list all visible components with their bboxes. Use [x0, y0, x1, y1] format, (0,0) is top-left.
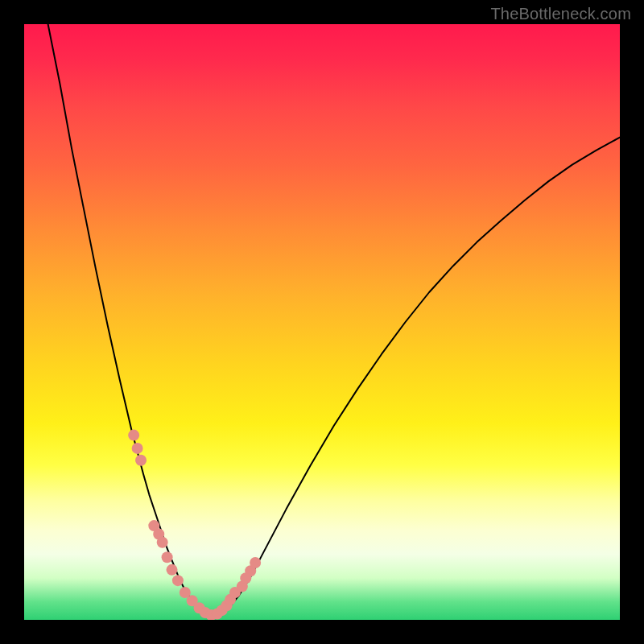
highlight-dot: [167, 564, 178, 576]
highlight-dot: [162, 551, 173, 563]
plot-area: [24, 24, 620, 620]
highlight-dot: [128, 430, 139, 441]
bottleneck-curve: [48, 24, 620, 617]
highlight-dot: [250, 557, 261, 568]
highlight-dot: [135, 455, 147, 466]
curve-layer: [24, 24, 620, 620]
chart-frame: TheBottleneck.com: [0, 0, 644, 644]
highlight-dot: [132, 443, 143, 454]
highlight-dots: [128, 430, 261, 620]
watermark-text: TheBottleneck.com: [490, 5, 631, 23]
highlight-dot: [172, 575, 184, 586]
highlight-dot: [157, 537, 168, 548]
